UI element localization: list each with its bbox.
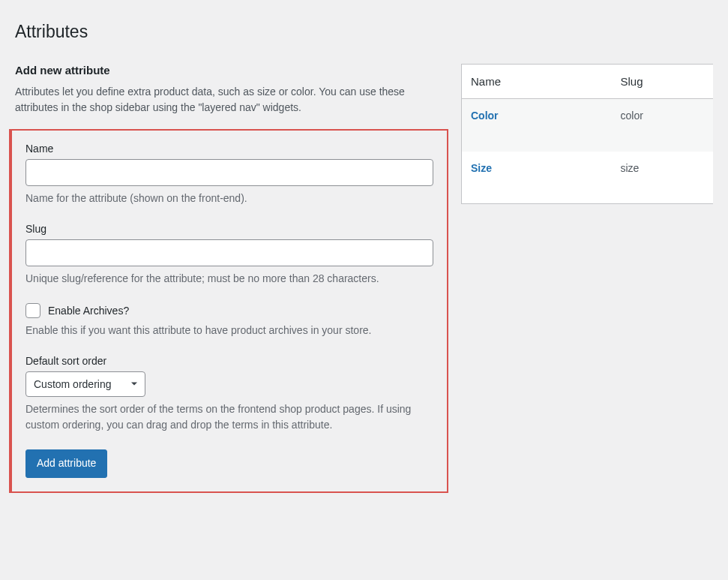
slug-label: Slug <box>25 223 433 235</box>
add-attribute-button[interactable]: Add attribute <box>25 449 107 478</box>
table-row: Size size <box>462 152 714 204</box>
table-header-slug: Slug <box>612 65 714 99</box>
slug-help: Unique slug/reference for the attribute;… <box>25 271 433 287</box>
attributes-table: Name Slug Color color Size size <box>461 64 713 204</box>
name-input[interactable] <box>25 159 433 186</box>
sort-order-help: Determines the sort order of the terms o… <box>25 401 433 433</box>
page-title: Attributes <box>15 15 713 45</box>
enable-archives-help: Enable this if you want this attribute t… <box>25 323 433 338</box>
sort-order-label: Default sort order <box>25 355 433 367</box>
form-intro: Attributes let you define extra product … <box>15 84 442 116</box>
sort-order-select[interactable]: Custom ordering <box>25 371 145 397</box>
name-help: Name for the attribute (shown on the fro… <box>25 191 433 206</box>
attribute-slug: size <box>612 152 714 204</box>
enable-archives-label: Enable Archives? <box>48 305 129 317</box>
slug-input[interactable] <box>25 239 433 266</box>
add-attribute-form: Name Name for the attribute (shown on th… <box>9 129 448 493</box>
table-header-name: Name <box>462 65 612 99</box>
attribute-link-size[interactable]: Size <box>471 162 492 174</box>
attribute-slug: color <box>612 99 714 152</box>
table-row: Color color <box>462 99 714 152</box>
enable-archives-checkbox[interactable] <box>25 303 40 318</box>
form-heading: Add new attribute <box>15 64 442 77</box>
attribute-link-color[interactable]: Color <box>471 110 499 122</box>
name-label: Name <box>25 143 433 155</box>
